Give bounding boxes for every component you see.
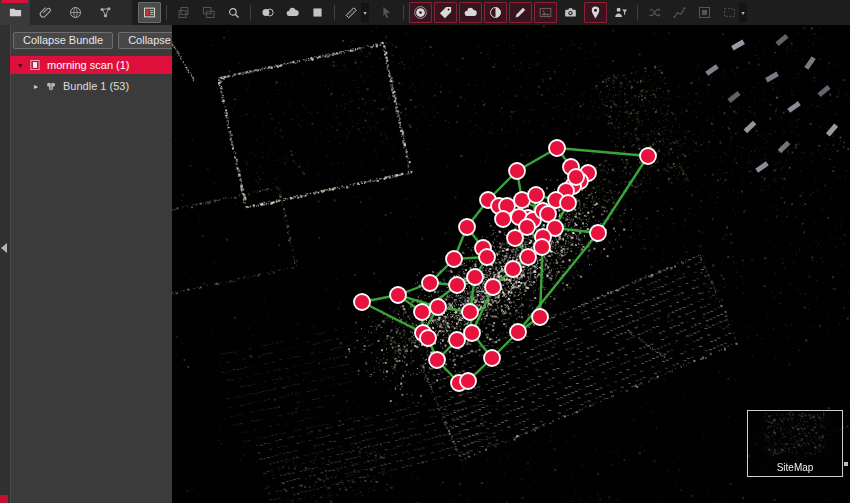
scan-position-marker[interactable] (485, 279, 501, 295)
scan-position-marker[interactable] (560, 195, 576, 211)
project-icon (28, 58, 42, 72)
tags-toggle-button[interactable] (434, 2, 457, 23)
scan-position-marker[interactable] (534, 239, 550, 255)
scan-position-marker[interactable] (420, 330, 436, 346)
frame-icon (697, 5, 712, 20)
images-toggle-button[interactable] (534, 2, 557, 23)
folder-icon (8, 5, 23, 20)
scan-position-marker[interactable] (505, 261, 521, 277)
scan-position-marker[interactable] (528, 187, 544, 203)
clip-icon (38, 5, 53, 20)
ruler-icon (344, 5, 359, 20)
scan-viewport[interactable]: SiteMap (172, 25, 850, 503)
scan-position-marker[interactable] (462, 304, 478, 320)
bundle-icon (44, 79, 58, 93)
project-sidebar: Collapse Bundle Collapse All ▾ morning s… (0, 25, 172, 503)
scan-position-marker[interactable] (459, 219, 475, 235)
correspondences-button[interactable] (643, 2, 666, 23)
toolbar-separator (166, 5, 167, 20)
target-icon (413, 5, 428, 20)
toolbar-separator (334, 5, 335, 20)
scan-position-marker[interactable] (429, 352, 445, 368)
scan-positions-toggle-button[interactable] (409, 2, 432, 23)
shuffle-icon (647, 5, 662, 20)
tree-item-label: Bundle 1 (53) (63, 80, 129, 92)
nodes-icon (98, 5, 113, 20)
markup-toggle-button[interactable] (509, 2, 532, 23)
select-tool-button[interactable] (375, 2, 398, 23)
scan-position-marker[interactable] (449, 277, 465, 293)
scan-position-marker[interactable] (640, 148, 656, 164)
scan-position-marker[interactable] (590, 225, 606, 241)
globe-icon (68, 5, 83, 20)
pencil-icon (513, 5, 528, 20)
tree-item-bundle-1[interactable]: ▸ Bundle 1 (53) (10, 77, 172, 95)
tree-button-row: Collapse Bundle Collapse All (13, 32, 196, 49)
clipping-toggle-button[interactable] (484, 2, 507, 23)
tab-project[interactable] (0, 0, 30, 25)
dropdown-caret-icon[interactable]: ▾ (739, 3, 747, 22)
sidebar-collapse-handle[interactable] (1, 243, 7, 253)
trajectory-button[interactable] (668, 2, 691, 23)
project-tree: ▾ morning scan (1) ▸ Bundle 1 (53) (10, 56, 172, 98)
scan-position-marker[interactable] (519, 219, 535, 235)
collapse-bundle-button[interactable]: Collapse Bundle (13, 32, 113, 49)
pin-icon (588, 5, 603, 20)
status-indicator (0, 495, 8, 503)
scan-position-marker[interactable] (460, 373, 476, 389)
map-pins-toggle-button[interactable] (584, 2, 607, 23)
scan-position-marker[interactable] (532, 309, 548, 325)
scan-position-marker[interactable] (467, 269, 483, 285)
sitemap-resize-grip[interactable] (844, 462, 848, 466)
zoom-fit-button[interactable] (222, 2, 245, 23)
panorama-camera-button[interactable] (559, 2, 582, 23)
window-icon (142, 5, 157, 20)
scan-position-marker[interactable] (414, 304, 430, 320)
marquee-select-button[interactable]: ▾ (718, 2, 751, 23)
dropdown-caret-icon[interactable]: ▾ (361, 3, 369, 22)
tag-icon (438, 5, 453, 20)
image-plane-button[interactable] (693, 2, 716, 23)
scan-position-marker[interactable] (568, 169, 584, 185)
tab-web-services[interactable] (60, 0, 90, 25)
sidebar-tab-strip (0, 0, 132, 25)
scan-position-marker[interactable] (422, 275, 438, 291)
scan-position-marker[interactable] (446, 251, 462, 267)
sitemap-overview[interactable]: SiteMap (747, 410, 843, 477)
scan-position-marker[interactable] (510, 324, 526, 340)
scan-position-marker[interactable] (354, 294, 370, 310)
copy-icon (176, 5, 191, 20)
expander-down-icon[interactable]: ▾ (14, 61, 26, 70)
scan-position-marker[interactable] (495, 211, 511, 227)
point-clouds-toggle-button[interactable] (459, 2, 482, 23)
measure-tool-button[interactable]: ▾ (340, 2, 373, 23)
user-filter-button[interactable] (609, 2, 632, 23)
scan-position-marker[interactable] (449, 332, 465, 348)
plane-view-button[interactable] (306, 2, 329, 23)
polyline-icon (672, 5, 687, 20)
planar-view-toggle-button[interactable] (138, 2, 161, 23)
scan-position-marker[interactable] (479, 249, 495, 265)
color-points-button[interactable] (256, 2, 279, 23)
tree-item-morning-scan[interactable]: ▾ morning scan (1) (10, 56, 172, 74)
tab-structure[interactable] (90, 0, 120, 25)
scan-position-marker[interactable] (520, 249, 536, 265)
cloud-icon (285, 5, 300, 20)
scan-position-marker[interactable] (549, 140, 565, 156)
scan-position-marker[interactable] (430, 299, 446, 315)
point-cloud-view-button[interactable] (281, 2, 304, 23)
cloud-icon (463, 5, 478, 20)
application-window: ▾▾ Collapse Bundle Collapse All ▾ mornin… (0, 0, 850, 503)
tab-attachments[interactable] (30, 0, 60, 25)
scan-position-marker[interactable] (464, 325, 480, 341)
main-toolbar: ▾▾ (132, 0, 752, 25)
camera-icon (563, 5, 578, 20)
expander-right-icon[interactable]: ▸ (30, 82, 42, 91)
toolbar-separator (403, 5, 404, 20)
scan-position-marker[interactable] (390, 287, 406, 303)
scan-position-marker[interactable] (509, 163, 525, 179)
duplicate-view-button[interactable] (172, 2, 195, 23)
cascade-windows-button[interactable] (197, 2, 220, 23)
scan-position-marker[interactable] (484, 350, 500, 366)
registration-edge (557, 148, 648, 156)
